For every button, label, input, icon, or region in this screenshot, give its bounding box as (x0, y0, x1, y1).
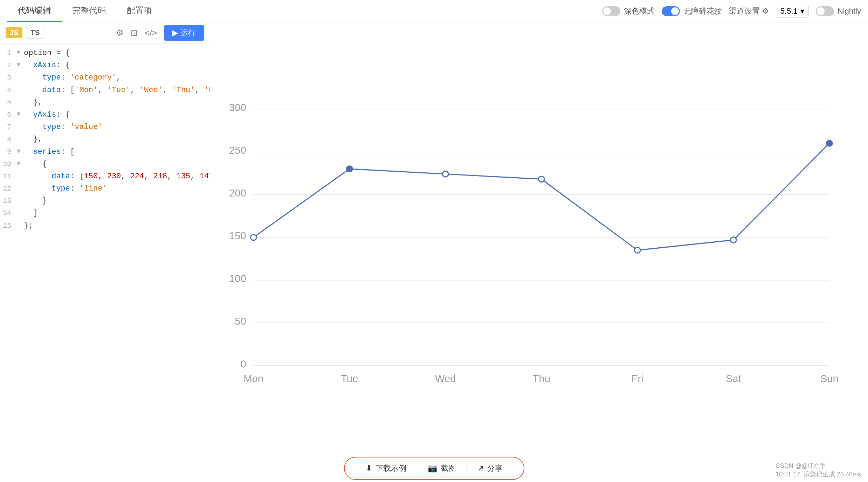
lang-ts-badge[interactable]: TS (26, 27, 44, 39)
code-text-3: type: 'category', (24, 71, 207, 84)
fold-12 (17, 183, 24, 183)
code-text-9: series: [ (24, 146, 207, 158)
data-point-tue (346, 166, 352, 172)
code-text-7: type: 'value' (24, 121, 207, 133)
line-num-14: 14 (3, 207, 17, 219)
tab-config[interactable]: 配置项 (116, 0, 163, 22)
code-text-11: data: [150, 230, 224, 218, 135, 147, 260… (24, 170, 210, 183)
data-point-thu (538, 176, 544, 182)
code-text-6: yAxis: { (24, 109, 207, 121)
fold-14 (17, 207, 24, 208)
watermark-time: 10:51:17, 渲染记生成 20.40ms (776, 470, 861, 478)
line-num-8: 8 (3, 133, 17, 145)
code-line-7: 7 type: 'value' (0, 121, 210, 133)
code-header-icons: ⚙ ⊡ </> ▶ 运行 (116, 25, 204, 41)
fold-2[interactable]: ▼ (17, 59, 24, 70)
gear-icon: ⚙ (762, 7, 769, 16)
top-bar-right: 深色模式 无障碍花纹 渠道设置 ⚙ 5.5.1 ▾ Nightly (602, 5, 861, 18)
code-line-2: 2 ▼ xAxis: { (0, 59, 210, 71)
chart-line (254, 143, 829, 250)
line-num-11: 11 (3, 170, 17, 182)
screenshot-label: 截图 (441, 463, 456, 474)
data-point-wed (442, 171, 448, 177)
fold-9[interactable]: ▼ (17, 146, 24, 157)
code-panel: JS TS ⚙ ⊡ </> ▶ 运行 1 ▼ option = { 2 (0, 22, 210, 482)
nightly-toggle[interactable] (816, 6, 834, 16)
line-num-4: 4 (3, 84, 17, 96)
tab-complete-code[interactable]: 完整代码 (62, 0, 116, 22)
code-line-6: 6 ▼ yAxis: { (0, 109, 210, 121)
line-num-9: 9 (3, 146, 17, 158)
chart-svg: 0 50 100 150 200 250 300 Mon Tue Wed Thu… (224, 36, 847, 475)
x-label-fri: Fri (632, 373, 643, 384)
lang-js-badge[interactable]: JS (6, 27, 22, 38)
code-text-13: } (24, 195, 207, 207)
fold-15 (17, 220, 24, 220)
x-label-sun: Sun (820, 373, 839, 384)
code-line-3: 3 type: 'category', (0, 71, 210, 84)
data-point-sat (730, 237, 736, 243)
code-text-2: xAxis: { (24, 59, 207, 71)
x-label-thu: Thu (533, 373, 550, 384)
code-line-11: 11 data: [150, 230, 224, 218, 135, 147, … (0, 170, 210, 183)
tab-code-editor[interactable]: 代码编辑 (7, 0, 62, 22)
channel-setting[interactable]: 渠道设置 ⚙ (729, 6, 769, 16)
fold-8 (17, 133, 24, 134)
fold-6[interactable]: ▼ (17, 109, 24, 119)
code-line-4: 4 data: ['Mon', 'Tue', 'Wed', 'Thu', 'Fr… (0, 84, 210, 96)
top-bar: 代码编辑 完整代码 配置项 深色模式 无障碍花纹 渠道设置 ⚙ 5.5.1 ▾ … (0, 0, 868, 22)
bottom-bar: ⬇ 下载示例 📷 截图 ↗ 分享 (0, 454, 868, 482)
y-label-150: 150 (229, 230, 246, 241)
settings-icon[interactable]: ⚙ (116, 28, 124, 38)
format-icon[interactable]: ⊡ (131, 28, 138, 38)
code-line-5: 5 }, (0, 96, 210, 109)
nightly-label: Nightly (838, 7, 861, 16)
fold-1[interactable]: ▼ (17, 47, 24, 58)
y-label-200: 200 (229, 187, 246, 199)
chart-panel: 0 50 100 150 200 250 300 Mon Tue Wed Thu… (210, 22, 868, 482)
code-text-12: type: 'line' (24, 183, 207, 195)
share-btn[interactable]: ↗ 分享 (467, 460, 513, 476)
fold-10[interactable]: ▼ (17, 158, 24, 169)
code-icon[interactable]: </> (145, 28, 157, 38)
code-line-14: 14 ] (0, 207, 210, 219)
version-select[interactable]: 5.5.1 ▾ (776, 5, 809, 18)
line-num-13: 13 (3, 195, 17, 207)
screenshot-btn[interactable]: 📷 截图 (417, 460, 467, 476)
x-label-tue: Tue (341, 373, 358, 384)
dark-mode-label: 深色模式 (624, 6, 655, 16)
nightly-toggle-group: Nightly (816, 6, 861, 16)
x-label-wed: Wed (435, 373, 456, 384)
line-num-12: 12 (3, 183, 17, 194)
code-text-10: { (24, 158, 207, 170)
download-icon: ⬇ (366, 464, 372, 473)
fold-3 (17, 71, 24, 72)
y-label-100: 100 (229, 273, 246, 284)
run-button[interactable]: ▶ 运行 (164, 25, 204, 41)
download-btn[interactable]: ⬇ 下载示例 (355, 460, 417, 476)
code-text-15: }; (24, 220, 207, 232)
line-num-10: 10 (3, 158, 17, 170)
chart-container: 0 50 100 150 200 250 300 Mon Tue Wed Thu… (224, 36, 847, 475)
version-number: 5.5.1 (780, 7, 798, 16)
x-label-sat: Sat (726, 373, 741, 384)
dark-mode-toggle-group: 深色模式 (602, 6, 655, 16)
code-text-8: }, (24, 133, 207, 145)
line-num-6: 6 (3, 109, 17, 120)
fold-7 (17, 121, 24, 122)
fold-13 (17, 195, 24, 195)
dark-mode-toggle[interactable] (602, 6, 620, 16)
code-line-12: 12 type: 'line' (0, 183, 210, 195)
code-line-9: 9 ▼ series: [ (0, 146, 210, 158)
chevron-down-icon: ▾ (800, 7, 804, 16)
barrier-free-label: 无障碍花纹 (683, 6, 722, 16)
code-line-13: 13 } (0, 195, 210, 207)
fold-4 (17, 84, 24, 85)
play-icon: ▶ (172, 28, 178, 37)
line-num-5: 5 (3, 96, 17, 108)
camera-icon: 📷 (428, 464, 437, 473)
share-icon: ↗ (477, 464, 484, 473)
data-point-sun (826, 140, 832, 146)
code-editor[interactable]: 1 ▼ option = { 2 ▼ xAxis: { 3 type: 'cat… (0, 43, 210, 482)
barrier-free-toggle[interactable] (662, 6, 680, 16)
